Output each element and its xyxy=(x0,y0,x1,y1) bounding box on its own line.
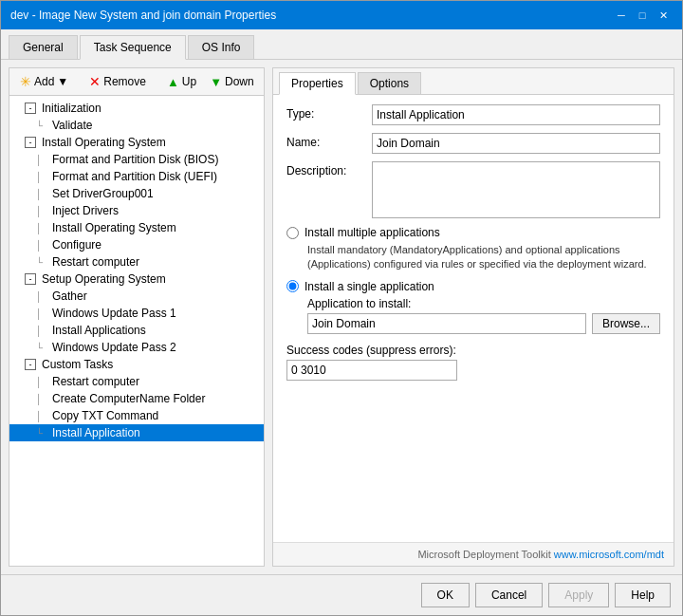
tree-item-win-update2[interactable]: └ Windows Update Pass 2 xyxy=(9,339,264,356)
remove-label: Remove xyxy=(103,75,146,88)
minimize-button[interactable]: ─ xyxy=(612,7,631,24)
up-label: Up xyxy=(182,75,196,88)
radio-multiple-label: Install multiple applications xyxy=(305,226,440,239)
tree-connector: └ xyxy=(36,121,47,131)
properties-tab-bar: Properties Options xyxy=(273,68,674,95)
description-label: Description: xyxy=(286,161,372,177)
tree-connector-15: │ xyxy=(36,411,47,421)
properties-content: Type: Name: Description: xyxy=(273,95,674,542)
add-label: Add xyxy=(34,75,54,88)
tree-item-custom-tasks-group[interactable]: - Custom Tasks xyxy=(9,356,264,373)
single-app-form: Application to install: Browse... xyxy=(307,297,660,334)
tree-connector-9: │ xyxy=(36,291,47,302)
description-input[interactable] xyxy=(372,161,660,218)
title-bar-buttons: ─ □ ✕ xyxy=(612,7,673,24)
down-label: Down xyxy=(225,75,254,88)
main-tab-bar: General Task Sequence OS Info xyxy=(1,29,682,60)
tree-connector-10: │ xyxy=(36,308,47,319)
tree-connector-13: │ xyxy=(36,377,47,387)
success-codes-label: Success codes (suppress errors): xyxy=(286,344,660,357)
cancel-button[interactable]: Cancel xyxy=(475,583,543,607)
footer-info: Microsoft Deployment Toolkit www.microso… xyxy=(273,542,674,566)
tree-connector-7: │ xyxy=(36,240,47,251)
group-expand-icon: - xyxy=(25,103,36,114)
description-row: Description: xyxy=(286,161,660,218)
tree-item-initialization[interactable]: - Initialization xyxy=(9,100,264,117)
tab-task-sequence[interactable]: Task Sequence xyxy=(80,35,186,60)
tree-connector-8: └ xyxy=(36,257,47,268)
tree-connector-12: └ xyxy=(36,343,47,353)
tree-connector-11: │ xyxy=(36,326,47,336)
add-dropdown-icon: ▼ xyxy=(57,75,68,88)
tree-item-format-uefi[interactable]: │ Format and Partition Disk (UEFI) xyxy=(9,168,264,185)
up-icon: ▲ xyxy=(167,75,179,89)
tree-item-install-apps[interactable]: │ Install Applications xyxy=(9,322,264,339)
radio-multiple-row: Install multiple applications xyxy=(286,226,660,239)
tree-connector-16: └ xyxy=(36,428,47,439)
footer-link[interactable]: www.microsoft.com/mdt xyxy=(554,549,664,560)
add-button[interactable]: ✳ Add ▼ xyxy=(15,72,73,91)
radio-single-label: Install a single application xyxy=(305,280,434,293)
tree-connector-6: │ xyxy=(36,223,47,233)
tree-item-install-os-group[interactable]: - Install Operating System xyxy=(9,134,264,151)
success-codes-input[interactable] xyxy=(286,360,457,381)
task-sequence-panel: ✳ Add ▼ ✕ Remove ▲ Up ▼ Down xyxy=(9,67,265,567)
tree-toolbar: ✳ Add ▼ ✕ Remove ▲ Up ▼ Down xyxy=(9,68,264,96)
tab-properties[interactable]: Properties xyxy=(279,72,356,95)
tree-connector-3: │ xyxy=(36,172,47,182)
tree-connector-14: │ xyxy=(36,394,47,404)
footer-text: Microsoft Deployment Toolkit xyxy=(417,549,550,560)
bottom-bar: OK Cancel Apply Help xyxy=(1,574,682,615)
maximize-button[interactable]: □ xyxy=(633,7,652,24)
radio-multiple-description: Install mandatory (MandatoryApplications… xyxy=(307,243,660,272)
tree-item-create-folder[interactable]: │ Create ComputerName Folder xyxy=(9,390,264,407)
radio-single[interactable] xyxy=(286,280,299,292)
tab-os-info[interactable]: OS Info xyxy=(188,35,255,59)
type-input[interactable] xyxy=(372,104,660,125)
up-button[interactable]: ▲ Up xyxy=(162,73,201,91)
ok-button[interactable]: OK xyxy=(421,583,470,607)
name-input[interactable] xyxy=(372,133,660,154)
main-window: dev - Image New System and join domain P… xyxy=(0,0,683,616)
tab-options[interactable]: Options xyxy=(358,72,421,94)
title-bar: dev - Image New System and join domain P… xyxy=(1,1,682,29)
type-label: Type: xyxy=(286,104,372,121)
tree-item-restart2[interactable]: │ Restart computer xyxy=(9,373,264,390)
close-button[interactable]: ✕ xyxy=(654,7,673,24)
app-to-install-input[interactable] xyxy=(307,313,586,334)
group-expand-icon-2: - xyxy=(25,137,36,148)
apply-button[interactable]: Apply xyxy=(548,583,609,607)
tree-item-format-bios[interactable]: │ Format and Partition Disk (BIOS) xyxy=(9,151,264,168)
tree-item-install-application[interactable]: └ Install Application xyxy=(9,424,264,441)
task-sequence-tree: - Initialization └ Validate - Install Op… xyxy=(9,96,264,566)
tree-item-copy-txt[interactable]: │ Copy TXT Command xyxy=(9,407,264,424)
tree-item-gather[interactable]: │ Gather xyxy=(9,288,264,305)
window-title: dev - Image New System and join domain P… xyxy=(10,9,276,22)
name-row: Name: xyxy=(286,133,660,154)
tree-connector-5: │ xyxy=(36,206,47,216)
main-content: ✳ Add ▼ ✕ Remove ▲ Up ▼ Down xyxy=(1,60,682,574)
app-to-install-row: Browse... xyxy=(307,313,660,334)
remove-button[interactable]: ✕ Remove xyxy=(84,72,151,91)
tree-item-set-driver[interactable]: │ Set DriverGroup001 xyxy=(9,185,264,202)
group-expand-icon-4: - xyxy=(25,359,36,370)
radio-group: Install multiple applications Install ma… xyxy=(286,226,660,334)
browse-button[interactable]: Browse... xyxy=(592,313,660,334)
app-to-install-label: Application to install: xyxy=(307,297,660,310)
tree-connector-2: │ xyxy=(36,155,47,165)
tree-item-validate[interactable]: └ Validate xyxy=(9,117,264,134)
help-button[interactable]: Help xyxy=(615,583,671,607)
tree-item-install-os[interactable]: │ Install Operating System xyxy=(9,219,264,236)
tree-item-inject-drivers[interactable]: │ Inject Drivers xyxy=(9,202,264,219)
tree-item-setup-os-group[interactable]: - Setup Operating System xyxy=(9,271,264,288)
tree-item-restart1[interactable]: └ Restart computer xyxy=(9,253,264,271)
radio-multiple[interactable] xyxy=(286,227,299,239)
type-row: Type: xyxy=(286,104,660,125)
down-button[interactable]: ▼ Down xyxy=(205,73,259,91)
properties-panel: Properties Options Type: Name: Descripti… xyxy=(272,67,674,567)
group-expand-icon-3: - xyxy=(25,273,36,285)
tab-general[interactable]: General xyxy=(9,35,78,59)
tree-item-configure[interactable]: │ Configure xyxy=(9,236,264,253)
tree-item-win-update1[interactable]: │ Windows Update Pass 1 xyxy=(9,305,264,322)
success-codes-section: Success codes (suppress errors): xyxy=(286,344,660,381)
